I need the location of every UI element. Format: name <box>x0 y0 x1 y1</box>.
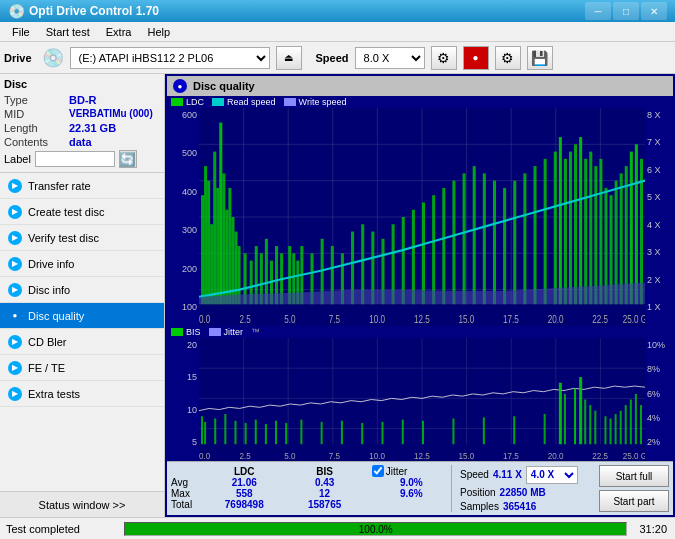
svg-rect-121 <box>422 421 424 444</box>
minimize-button[interactable]: ─ <box>585 2 611 20</box>
nav-drive-info[interactable]: ▶ Drive info <box>0 251 164 277</box>
svg-rect-116 <box>321 422 323 444</box>
svg-rect-117 <box>341 421 343 444</box>
svg-rect-57 <box>493 181 496 305</box>
nav-create-test-disc-label: Create test disc <box>28 206 104 218</box>
yaxis-2x: 2 X <box>647 275 673 285</box>
svg-rect-60 <box>523 173 526 304</box>
svg-rect-129 <box>579 377 582 444</box>
bottom-chart-area: BIS Jitter ™ 20 15 10 5 <box>167 326 673 461</box>
cd-bler-icon: ▶ <box>8 335 22 349</box>
jitter-checkbox[interactable] <box>372 465 384 477</box>
svg-rect-139 <box>635 394 637 444</box>
nav-disc-quality[interactable]: ● Disc quality <box>0 303 164 329</box>
nav-extra-tests[interactable]: ▶ Extra tests <box>0 381 164 407</box>
position-label: Position <box>460 487 496 498</box>
legend-bis: BIS <box>171 327 201 337</box>
svg-rect-52 <box>442 188 445 304</box>
save-button[interactable]: 💾 <box>527 46 553 70</box>
legend-write-speed-label: Write speed <box>299 97 347 107</box>
yaxis-300: 300 <box>167 225 197 235</box>
svg-rect-136 <box>620 411 622 445</box>
svg-text:25.0 GB: 25.0 GB <box>623 450 645 460</box>
yaxis-7x: 7 X <box>647 137 673 147</box>
drive-icon: 💿 <box>42 47 64 69</box>
menu-extra[interactable]: Extra <box>98 24 140 40</box>
start-buttons: Start full Start part <box>591 465 669 512</box>
svg-rect-137 <box>625 405 627 444</box>
title-bar: 💿 Opti Drive Control 1.70 ─ □ ✕ <box>0 0 675 22</box>
disc-label-label: Label <box>4 153 31 165</box>
svg-text:10.0: 10.0 <box>369 313 385 326</box>
nav-verify-test-disc[interactable]: ▶ Verify test disc <box>0 225 164 251</box>
svg-rect-51 <box>432 195 435 304</box>
drive-select[interactable]: (E:) ATAPI iHBS112 2 PL06 <box>70 47 270 69</box>
menu-bar: File Start test Extra Help <box>0 22 675 42</box>
settings-button[interactable]: ⚙ <box>431 46 457 70</box>
eject-button[interactable]: ⏏ <box>276 46 302 70</box>
legend-ldc-color <box>171 98 183 106</box>
stats-table-area: LDC BIS Jitter Avg 21.06 <box>171 465 451 512</box>
nav-extra-tests-label: Extra tests <box>28 388 80 400</box>
right-panel: ● Disc quality LDC Read speed Write spee… <box>165 74 675 517</box>
svg-rect-14 <box>201 195 204 304</box>
disc-quality-icon: ● <box>8 309 22 323</box>
nav-disc-info[interactable]: ▶ Disc info <box>0 277 164 303</box>
svg-rect-132 <box>594 411 596 445</box>
nav-cd-bler[interactable]: ▶ CD Bler <box>0 329 164 355</box>
svg-rect-106 <box>204 422 206 444</box>
menu-help[interactable]: Help <box>139 24 178 40</box>
svg-rect-118 <box>361 423 363 444</box>
legend-write-speed-color <box>284 98 296 106</box>
nav-fe-te[interactable]: ▶ FE / TE <box>0 355 164 381</box>
yaxis-6pct: 6% <box>647 389 673 399</box>
yaxis-100: 100 <box>167 302 197 312</box>
col-bis: BIS <box>288 465 362 477</box>
start-full-button[interactable]: Start full <box>599 465 669 487</box>
nav-transfer-rate[interactable]: ▶ Transfer rate <box>0 173 164 199</box>
start-part-button[interactable]: Start part <box>599 490 669 512</box>
total-jitter <box>372 499 451 510</box>
disc-mid-row: MID VERBATIMu (000) <box>4 108 160 120</box>
avg-ldc: 21.06 <box>201 477 288 488</box>
yaxis-4x: 4 X <box>647 220 673 230</box>
svg-rect-111 <box>255 420 257 445</box>
close-button[interactable]: ✕ <box>641 2 667 20</box>
extra-tests-icon: ▶ <box>8 387 22 401</box>
disc-label-button[interactable]: 🔄 <box>119 150 137 168</box>
menu-file[interactable]: File <box>4 24 38 40</box>
speed-row: Speed 4.11 X 4.0 X <box>460 466 591 484</box>
svg-rect-61 <box>534 166 537 304</box>
status-window-button[interactable]: Status window >> <box>0 491 164 517</box>
drive-bar: Drive 💿 (E:) ATAPI iHBS112 2 PL06 ⏏ Spee… <box>0 42 675 74</box>
disc-mid-value: VERBATIMu (000) <box>69 108 153 120</box>
yaxis-400: 400 <box>167 187 197 197</box>
speed-select[interactable]: 8.0 X <box>355 47 425 69</box>
speed-stat-select[interactable]: 4.0 X <box>526 466 578 484</box>
nav-create-test-disc[interactable]: ▶ Create test disc <box>0 199 164 225</box>
top-chart-legend: LDC Read speed Write speed <box>167 96 673 108</box>
avg-bis: 0.43 <box>288 477 362 488</box>
svg-rect-58 <box>503 188 506 304</box>
svg-text:12.5: 12.5 <box>414 313 430 326</box>
info-button[interactable]: ● <box>463 46 489 70</box>
disc-info-icon: ▶ <box>8 283 22 297</box>
svg-rect-25 <box>234 232 237 305</box>
svg-rect-119 <box>381 422 383 444</box>
status-window-label: Status window >> <box>39 499 126 511</box>
svg-rect-56 <box>483 173 486 304</box>
svg-rect-122 <box>452 419 454 445</box>
svg-text:12.5: 12.5 <box>414 450 430 460</box>
svg-rect-79 <box>635 144 638 304</box>
yaxis-20: 20 <box>167 340 197 350</box>
yaxis-4pct: 4% <box>647 413 673 423</box>
svg-text:5.0: 5.0 <box>284 313 296 326</box>
disc-label-input[interactable] <box>35 151 115 167</box>
svg-rect-62 <box>544 159 547 304</box>
menu-start-test[interactable]: Start test <box>38 24 98 40</box>
extra-button[interactable]: ⚙ <box>495 46 521 70</box>
svg-rect-63 <box>554 152 557 305</box>
yaxis-3x: 3 X <box>647 247 673 257</box>
maximize-button[interactable]: □ <box>613 2 639 20</box>
svg-rect-131 <box>589 405 591 444</box>
